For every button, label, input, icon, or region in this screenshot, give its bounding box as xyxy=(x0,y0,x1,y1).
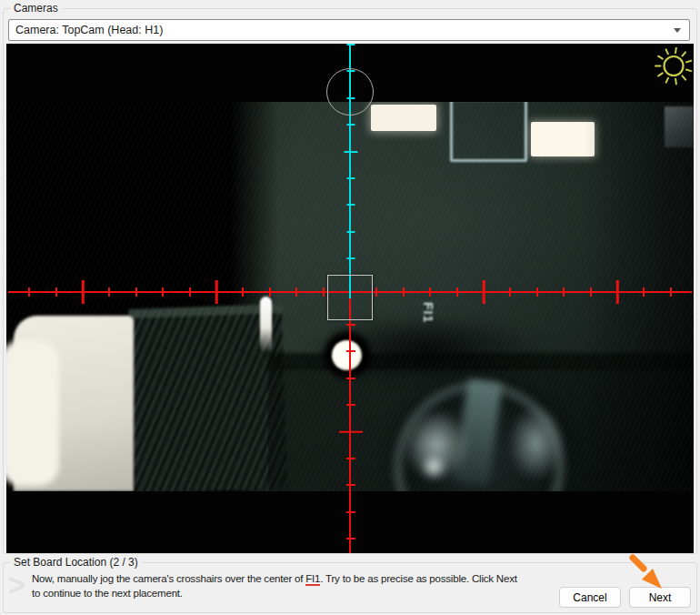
fiducial-name-text: FI1 xyxy=(305,573,320,586)
crosshair-vertical-line-lower xyxy=(349,297,351,553)
target-square xyxy=(327,275,373,320)
wizard-groupbox-title: Set Board Location (2 / 3) xyxy=(10,556,142,569)
reticle-circle xyxy=(326,68,374,116)
wizard-groupbox: Set Board Location (2 / 3) > Now, manual… xyxy=(3,562,697,613)
instruction-line1: Now, manually jog the camera's crosshair… xyxy=(32,571,517,586)
chevron-down-icon xyxy=(674,28,681,33)
cancel-button[interactable]: Cancel xyxy=(559,587,621,608)
brightness-sun-icon xyxy=(654,47,694,87)
cameras-groupbox-title: Cameras xyxy=(10,2,62,15)
next-button[interactable]: Next xyxy=(629,587,691,608)
camera-select-dropdown[interactable]: Camera: TopCam (Head: H1) xyxy=(8,19,690,41)
camera-select-value: Camera: TopCam (Head: H1) xyxy=(15,24,163,36)
instruction-line2: to continue to the next placement. xyxy=(32,586,517,600)
wizard-instruction: Now, manually jog the camera's crosshair… xyxy=(32,571,517,600)
wizard-step-chevron: > xyxy=(8,564,25,606)
camera-view[interactable]: FI1 xyxy=(6,44,694,553)
